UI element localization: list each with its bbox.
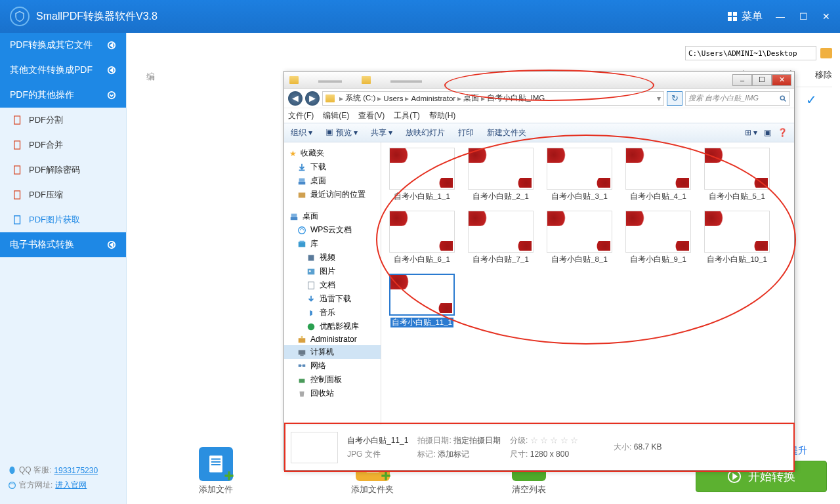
explorer-tree[interactable]: ★收藏夹 下载 桌面 最近访问的位置 桌面 WPS云文档 库 视频 图片 文档 … [284, 142, 381, 425]
output-path-input[interactable] [685, 46, 816, 60]
sidebar-item-compress[interactable]: PDF压缩 [0, 182, 126, 207]
refresh-button[interactable]: ↻ [667, 91, 682, 106]
svg-rect-49 [303, 364, 305, 367]
minimize-button[interactable]: — [776, 11, 785, 22]
explorer-file-grid: 自考小白贴_1_1自考小白贴_2_1自考小白贴_3_1自考小白贴_4_1自考小白… [381, 142, 794, 425]
svg-rect-31 [299, 181, 306, 184]
sidebar-item-unlock[interactable]: PDF解除密码 [0, 158, 126, 182]
sidebar-item-split[interactable]: PDF分割 [0, 108, 126, 133]
app-logo-icon [10, 7, 30, 26]
svg-point-6 [108, 92, 116, 99]
svg-rect-50 [299, 379, 305, 383]
col-remove: 移除 [815, 69, 832, 81]
sidebar-group-pdf-to-other[interactable]: PDF转换成其它文件 [0, 33, 126, 58]
file-item[interactable]: 自考小白贴_11_1 [387, 274, 457, 327]
content-area: 编 打开 输出 移除 ✓ 添加文件 [127, 33, 840, 504]
svg-rect-42 [308, 282, 314, 289]
svg-rect-20 [211, 464, 220, 465]
svg-rect-8 [14, 141, 20, 149]
add-file-button[interactable]: 添加文件 [199, 447, 233, 495]
svg-rect-40 [308, 268, 315, 274]
file-item[interactable]: 自考小白贴_3_1 [544, 148, 615, 201]
file-item[interactable]: 自考小白贴_8_1 [544, 211, 615, 264]
title-bar: SmallPDF转换器软件V3.8 菜单 — ☐ ✕ [0, 0, 840, 33]
file-item[interactable]: 自考小白贴_5_1 [702, 148, 772, 201]
svg-rect-38 [300, 240, 304, 242]
window-controls: — ☐ ✕ [776, 11, 830, 22]
svg-rect-35 [291, 213, 297, 217]
file-explorer-dialog: ▬▬▬ ▬▬▬▬ – ☐ ✕ ◄ ► ▸系统 (C:) ▸Users ▸Admi… [284, 71, 795, 471]
close-button[interactable]: ✕ [822, 11, 830, 22]
svg-point-36 [299, 226, 306, 234]
sidebar-item-extract-image[interactable]: PDF图片获取 [0, 207, 126, 232]
svg-rect-27 [385, 471, 387, 480]
file-item[interactable]: 自考小白贴_1_1 [387, 148, 457, 201]
breadcrumb[interactable]: ▸系统 (C:) ▸Users ▸Administrator ▸桌面 ▸自考小白… [322, 91, 664, 106]
explorer-search[interactable]: 搜索 自考小白贴_IMG [685, 91, 790, 106]
svg-point-13 [9, 467, 14, 474]
menu-button[interactable]: 菜单 [727, 10, 763, 24]
explorer-toolbar[interactable]: 组织 ▾ ▣ 预览 ▾ 共享 ▾ 放映幻灯片 打印 新建文件夹 ⊞ ▾▣❓ [284, 123, 794, 142]
svg-rect-3 [733, 17, 737, 21]
sidebar-group-ebook[interactable]: 电子书格式转换 [0, 232, 126, 257]
svg-rect-39 [308, 255, 314, 261]
svg-rect-47 [300, 354, 303, 356]
explorer-menu-bar[interactable]: 文件(F)编辑(E)查看(V)工具(T)帮助(H) [284, 108, 794, 123]
svg-rect-18 [211, 459, 220, 460]
file-item[interactable]: 自考小白贴_9_1 [623, 211, 694, 264]
explorer-close[interactable]: ✕ [772, 74, 791, 86]
svg-rect-34 [291, 217, 298, 219]
file-item[interactable]: 自考小白贴_2_1 [465, 148, 536, 201]
svg-rect-48 [299, 364, 301, 367]
svg-rect-7 [14, 116, 20, 124]
file-item[interactable]: 自考小白贴_10_1 [702, 211, 772, 264]
svg-rect-2 [728, 17, 732, 21]
sidebar-group-pdf-other-ops[interactable]: PDF的其他操作 [0, 83, 126, 108]
sidebar: PDF转换成其它文件 其他文件转换成PDF PDF的其他操作 PDF分割 PDF… [0, 33, 127, 504]
svg-rect-10 [14, 191, 20, 199]
app-title: SmallPDF转换器软件V3.8 [36, 10, 727, 24]
svg-point-30 [780, 96, 784, 100]
site-link[interactable]: 进入官网 [55, 480, 87, 491]
explorer-maximize[interactable]: ☐ [752, 74, 772, 86]
file-item[interactable]: 自考小白贴_7_1 [465, 211, 536, 264]
svg-rect-33 [299, 192, 306, 198]
svg-rect-19 [211, 461, 220, 463]
nav-back-button[interactable]: ◄ [288, 91, 303, 106]
explorer-minimize[interactable]: – [732, 74, 752, 86]
explorer-title-blur: ▬▬▬ [318, 75, 342, 85]
explorer-details-pane: 自考小白贴_11_1 JPG 文件 拍摄日期: 指定拍摄日期 标记: 添加标记 … [284, 425, 794, 469]
contact-info: QQ 客服: 1933175230 官方网址: 进入官网 [8, 465, 98, 495]
svg-rect-9 [14, 166, 20, 174]
svg-rect-46 [299, 350, 306, 354]
sidebar-group-other-to-pdf[interactable]: 其他文件转换成PDF [0, 58, 126, 83]
nav-forward-button[interactable]: ► [305, 91, 320, 106]
maximize-button[interactable]: ☐ [799, 11, 808, 22]
file-item[interactable]: 自考小白贴_4_1 [623, 148, 694, 201]
browse-folder-button[interactable] [820, 48, 832, 58]
truncated-label: 编 [146, 71, 155, 83]
svg-rect-37 [299, 242, 306, 247]
svg-rect-44 [299, 338, 306, 343]
sidebar-item-merge[interactable]: PDF合并 [0, 133, 126, 158]
svg-rect-0 [728, 12, 732, 16]
svg-rect-11 [14, 216, 20, 224]
svg-rect-22 [228, 471, 230, 480]
svg-point-43 [308, 323, 315, 330]
svg-point-41 [309, 270, 311, 272]
file-item[interactable]: 自考小白贴_6_1 [387, 211, 457, 264]
svg-point-14 [9, 482, 16, 489]
svg-rect-32 [299, 178, 305, 181]
svg-point-45 [301, 336, 303, 339]
qq-link[interactable]: 1933175230 [54, 466, 98, 475]
svg-rect-1 [733, 12, 737, 16]
